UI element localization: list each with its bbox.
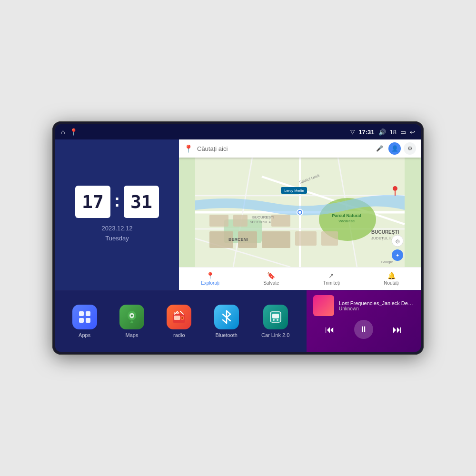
carlink-label: Car Link 2.0 — [261, 332, 289, 338]
prev-button[interactable]: ⏮ — [320, 320, 339, 339]
svg-point-62 — [277, 319, 278, 321]
music-text: Lost Frequencies_Janieck Devy-... Unknow… — [339, 300, 414, 311]
svg-text:BERCENI: BERCENI — [228, 237, 248, 242]
nav-label-explorați: Explorați — [201, 280, 219, 286]
svg-text:Google: Google — [381, 260, 393, 264]
carlink-icon — [263, 305, 288, 329]
battery-icon: ▭ — [400, 129, 406, 136]
svg-rect-14 — [295, 231, 317, 246]
music-panel: Lost Frequencies_Janieck Devy-... Unknow… — [307, 290, 421, 352]
news-icon: 🔔 — [387, 272, 396, 279]
app-item-carlink[interactable]: Car Link 2.0 — [261, 305, 289, 338]
map-area[interactable]: Parcul Natural Văcărești BUCUREȘTI JUDEȚ… — [179, 158, 421, 267]
map-pin-icon: 📍 — [184, 144, 193, 153]
svg-rect-41 — [86, 318, 90, 323]
svg-rect-60 — [272, 314, 279, 318]
music-info-row: Lost Frequencies_Janieck Devy-... Unknow… — [313, 295, 414, 316]
clock-hour: 17 — [75, 186, 110, 218]
album-image — [313, 295, 334, 316]
svg-rect-11 — [209, 215, 228, 227]
svg-point-44 — [131, 315, 133, 317]
nav-item-explorați[interactable]: 📍 Explorați — [201, 272, 219, 286]
svg-line-51 — [180, 311, 183, 314]
svg-text:Parcul Natural: Parcul Natural — [332, 213, 361, 218]
clock-date: 2023.12.12 Tuesday — [101, 224, 132, 244]
music-artist: Unknown — [339, 306, 414, 311]
maps-pin-icon[interactable]: 📍 — [69, 128, 78, 136]
svg-rect-15 — [321, 231, 338, 246]
nav-item-trimiteți[interactable]: ↗ Trimiteți — [323, 272, 340, 286]
top-section: 17 : 31 2023.12.12 Tuesday 📍 Căutați aic… — [55, 139, 421, 290]
app-item-apps[interactable]: Apps — [72, 305, 97, 338]
svg-text:Leroy Merlin: Leroy Merlin — [284, 188, 304, 193]
map-search-text[interactable]: Căutați aici — [197, 145, 369, 152]
app-item-radio[interactable]: FM radio — [167, 305, 191, 338]
apps-icon — [72, 305, 97, 329]
nav-label-noutăți: Noutăți — [384, 280, 399, 286]
main-content: 17 : 31 2023.12.12 Tuesday 📍 Căutați aic… — [55, 139, 421, 352]
status-time: 17:31 — [358, 129, 374, 136]
nav-label-trimiteți: Trimiteți — [323, 280, 340, 286]
music-controls: ⏮ ⏸ ⏭ — [313, 320, 414, 339]
bluetooth-icon — [214, 305, 239, 329]
location-icon: ▽ — [350, 129, 355, 135]
voice-search-button[interactable]: 🎤 — [373, 142, 386, 155]
app-item-bluetooth[interactable]: Bluetooth — [214, 305, 239, 338]
svg-text:FM: FM — [174, 311, 179, 315]
map-panel: 📍 Căutați aici 🎤 👤 ⚙ — [179, 139, 421, 290]
radio-icon: FM — [167, 305, 191, 329]
music-title: Lost Frequencies_Janieck Devy-... — [339, 300, 414, 306]
svg-text:✦: ✦ — [396, 253, 399, 258]
bottom-section: Apps Maps FM radi — [55, 290, 421, 352]
share-icon: ↗ — [328, 272, 334, 279]
nav-label-salvate: Salvate — [263, 280, 279, 286]
apps-label: Apps — [79, 332, 90, 338]
svg-marker-45 — [130, 320, 134, 323]
back-icon[interactable]: ↩ — [410, 129, 415, 136]
map-bottom-bar: 📍 Explorați 🔖 Salvate ↗ Trimiteți 🔔 — [179, 267, 421, 290]
next-button[interactable]: ⏭ — [388, 320, 407, 339]
clock-display: 17 : 31 — [75, 186, 159, 218]
device-screen: ⌂ 📍 ▽ 17:31 🔊 18 ▭ ↩ 17 : — [55, 124, 421, 352]
more-options-button[interactable]: ⚙ — [404, 142, 416, 155]
status-left-icons: ⌂ 📍 — [61, 128, 78, 136]
play-pause-button[interactable]: ⏸ — [354, 320, 373, 339]
clock-panel: 17 : 31 2023.12.12 Tuesday — [55, 139, 179, 290]
device-frame: ⌂ 📍 ▽ 17:31 🔊 18 ▭ ↩ 17 : — [52, 121, 424, 355]
svg-text:◎: ◎ — [396, 238, 400, 244]
saved-icon: 🔖 — [267, 272, 275, 279]
svg-rect-38 — [79, 311, 84, 316]
svg-text:SECTORUL 4: SECTORUL 4 — [250, 220, 271, 224]
radio-label: radio — [173, 332, 185, 338]
maps-icon — [119, 305, 144, 329]
svg-point-49 — [181, 317, 183, 319]
svg-rect-47 — [174, 316, 180, 320]
nav-item-noutăți[interactable]: 🔔 Noutăți — [384, 272, 399, 286]
explore-icon: 📍 — [206, 272, 214, 279]
home-icon[interactable]: ⌂ — [61, 128, 65, 136]
maps-label: Maps — [126, 332, 139, 338]
map-search-actions: 🎤 👤 ⚙ — [373, 142, 416, 155]
svg-point-61 — [273, 319, 275, 321]
svg-rect-12 — [233, 215, 248, 227]
svg-rect-18 — [262, 231, 290, 248]
clock-colon: : — [114, 191, 120, 211]
svg-point-30 — [298, 211, 301, 214]
svg-point-31 — [393, 186, 397, 191]
nav-item-salvate[interactable]: 🔖 Salvate — [263, 272, 279, 286]
music-album-art — [313, 295, 334, 316]
battery-level: 18 — [390, 129, 397, 136]
svg-rect-40 — [79, 318, 84, 323]
status-bar: ⌂ 📍 ▽ 17:31 🔊 18 ▭ ↩ — [55, 124, 421, 139]
apps-row: Apps Maps FM radi — [55, 290, 307, 352]
clock-minute: 31 — [124, 186, 159, 218]
svg-rect-39 — [86, 311, 90, 316]
status-right-info: ▽ 17:31 🔊 18 ▭ ↩ — [350, 129, 415, 136]
account-button[interactable]: 👤 — [388, 142, 401, 155]
svg-text:BUCUREȘTI: BUCUREȘTI — [252, 215, 274, 219]
bluetooth-label: Bluetooth — [215, 332, 237, 338]
svg-text:Văcărești: Văcărești — [338, 219, 355, 223]
app-item-maps[interactable]: Maps — [119, 305, 144, 338]
map-search-bar: 📍 Căutați aici 🎤 👤 ⚙ — [179, 139, 421, 158]
svg-text:BUCUREȘTI: BUCUREȘTI — [371, 229, 399, 235]
